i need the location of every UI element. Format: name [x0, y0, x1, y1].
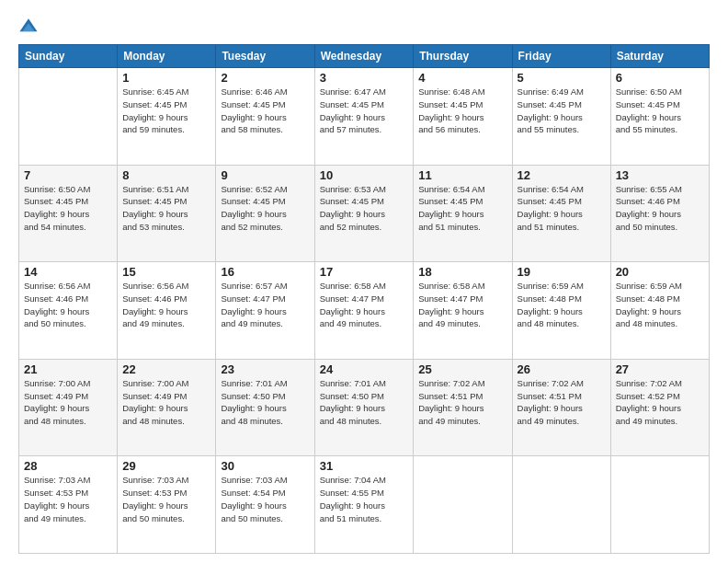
week-row-2: 14Sunrise: 6:56 AM Sunset: 4:46 PM Dayli…: [19, 262, 710, 360]
day-info: Sunrise: 6:50 AM Sunset: 4:45 PM Dayligh…: [616, 86, 704, 136]
day-number: 25: [418, 362, 506, 376]
calendar-cell: 13Sunrise: 6:55 AM Sunset: 4:46 PM Dayli…: [610, 165, 709, 262]
day-info: Sunrise: 7:02 AM Sunset: 4:51 PM Dayligh…: [518, 377, 606, 428]
day-info: Sunrise: 6:54 AM Sunset: 4:45 PM Dayligh…: [418, 183, 506, 234]
calendar-cell: 10Sunrise: 6:53 AM Sunset: 4:45 PM Dayli…: [314, 165, 414, 262]
calendar-cell: 15Sunrise: 6:56 AM Sunset: 4:46 PM Dayli…: [118, 262, 216, 360]
calendar-cell: 7Sunrise: 6:50 AM Sunset: 4:45 PM Daylig…: [19, 165, 118, 262]
calendar-cell: 8Sunrise: 6:51 AM Sunset: 4:45 PM Daylig…: [118, 165, 216, 262]
day-info: Sunrise: 6:57 AM Sunset: 4:47 PM Dayligh…: [221, 280, 309, 330]
day-number: 26: [518, 362, 606, 376]
logo-icon: [18, 17, 39, 37]
weekday-header-saturday: Saturday: [610, 45, 709, 68]
day-number: 17: [320, 265, 409, 279]
week-row-3: 21Sunrise: 7:00 AM Sunset: 4:49 PM Dayli…: [19, 359, 710, 456]
day-number: 8: [122, 168, 210, 182]
day-number: 2: [221, 71, 309, 85]
day-info: Sunrise: 6:53 AM Sunset: 4:45 PM Dayligh…: [320, 183, 409, 234]
header: [18, 17, 710, 37]
weekday-header-wednesday: Wednesday: [314, 45, 414, 68]
day-info: Sunrise: 6:45 AM Sunset: 4:45 PM Dayligh…: [122, 86, 210, 136]
calendar-cell: 27Sunrise: 7:02 AM Sunset: 4:52 PM Dayli…: [610, 359, 709, 456]
day-number: 5: [518, 71, 606, 85]
day-info: Sunrise: 6:59 AM Sunset: 4:48 PM Dayligh…: [616, 280, 704, 330]
weekday-header-sunday: Sunday: [19, 45, 118, 68]
logo: [18, 17, 42, 37]
day-info: Sunrise: 7:01 AM Sunset: 4:50 PM Dayligh…: [320, 377, 409, 428]
day-number: 18: [418, 265, 506, 279]
page: SundayMondayTuesdayWednesdayThursdayFrid…: [0, 0, 728, 563]
calendar-cell: [414, 456, 512, 554]
day-number: 11: [418, 168, 506, 182]
day-info: Sunrise: 6:49 AM Sunset: 4:45 PM Dayligh…: [518, 86, 606, 136]
calendar-cell: 3Sunrise: 6:47 AM Sunset: 4:45 PM Daylig…: [314, 68, 414, 166]
day-info: Sunrise: 7:04 AM Sunset: 4:55 PM Dayligh…: [320, 474, 409, 524]
day-info: Sunrise: 6:59 AM Sunset: 4:48 PM Dayligh…: [518, 280, 606, 330]
day-number: 31: [320, 459, 409, 473]
week-row-1: 7Sunrise: 6:50 AM Sunset: 4:45 PM Daylig…: [19, 165, 710, 262]
calendar-cell: 11Sunrise: 6:54 AM Sunset: 4:45 PM Dayli…: [414, 165, 512, 262]
calendar-cell: 24Sunrise: 7:01 AM Sunset: 4:50 PM Dayli…: [314, 359, 414, 456]
calendar-cell: 22Sunrise: 7:00 AM Sunset: 4:49 PM Dayli…: [118, 359, 216, 456]
day-info: Sunrise: 6:58 AM Sunset: 4:47 PM Dayligh…: [418, 280, 506, 330]
week-row-0: 1Sunrise: 6:45 AM Sunset: 4:45 PM Daylig…: [19, 68, 710, 166]
weekday-header-tuesday: Tuesday: [216, 45, 314, 68]
calendar-cell: [19, 68, 118, 166]
day-info: Sunrise: 6:56 AM Sunset: 4:46 PM Dayligh…: [122, 280, 210, 330]
calendar-cell: 19Sunrise: 6:59 AM Sunset: 4:48 PM Dayli…: [512, 262, 610, 360]
day-info: Sunrise: 6:55 AM Sunset: 4:46 PM Dayligh…: [616, 183, 704, 234]
calendar-cell: 14Sunrise: 6:56 AM Sunset: 4:46 PM Dayli…: [19, 262, 118, 360]
calendar-cell: 30Sunrise: 7:03 AM Sunset: 4:54 PM Dayli…: [216, 456, 314, 554]
day-number: 28: [24, 459, 112, 473]
day-number: 23: [221, 362, 309, 376]
day-info: Sunrise: 6:58 AM Sunset: 4:47 PM Dayligh…: [320, 280, 409, 330]
day-number: 10: [320, 168, 409, 182]
day-info: Sunrise: 7:00 AM Sunset: 4:49 PM Dayligh…: [122, 377, 210, 428]
day-number: 21: [24, 362, 112, 376]
day-number: 1: [122, 71, 210, 85]
day-number: 14: [24, 265, 112, 279]
week-row-4: 28Sunrise: 7:03 AM Sunset: 4:53 PM Dayli…: [19, 456, 710, 554]
day-info: Sunrise: 6:46 AM Sunset: 4:45 PM Dayligh…: [221, 86, 309, 136]
day-number: 22: [122, 362, 210, 376]
calendar-cell: [512, 456, 610, 554]
calendar-cell: [610, 456, 709, 554]
day-number: 12: [518, 168, 606, 182]
day-info: Sunrise: 7:03 AM Sunset: 4:53 PM Dayligh…: [24, 474, 112, 524]
calendar-cell: 29Sunrise: 7:03 AM Sunset: 4:53 PM Dayli…: [118, 456, 216, 554]
day-number: 13: [616, 168, 704, 182]
day-number: 29: [122, 459, 210, 473]
calendar-cell: 26Sunrise: 7:02 AM Sunset: 4:51 PM Dayli…: [512, 359, 610, 456]
calendar-cell: 1Sunrise: 6:45 AM Sunset: 4:45 PM Daylig…: [118, 68, 216, 166]
day-info: Sunrise: 7:01 AM Sunset: 4:50 PM Dayligh…: [221, 377, 309, 428]
calendar-cell: 21Sunrise: 7:00 AM Sunset: 4:49 PM Dayli…: [19, 359, 118, 456]
day-number: 3: [320, 71, 409, 85]
day-number: 30: [221, 459, 309, 473]
day-info: Sunrise: 6:56 AM Sunset: 4:46 PM Dayligh…: [24, 280, 112, 330]
day-info: Sunrise: 7:03 AM Sunset: 4:53 PM Dayligh…: [122, 474, 210, 524]
day-info: Sunrise: 6:52 AM Sunset: 4:45 PM Dayligh…: [221, 183, 309, 234]
day-number: 6: [616, 71, 704, 85]
calendar-cell: 17Sunrise: 6:58 AM Sunset: 4:47 PM Dayli…: [314, 262, 414, 360]
calendar-cell: 4Sunrise: 6:48 AM Sunset: 4:45 PM Daylig…: [414, 68, 512, 166]
calendar-cell: 18Sunrise: 6:58 AM Sunset: 4:47 PM Dayli…: [414, 262, 512, 360]
calendar-cell: 25Sunrise: 7:02 AM Sunset: 4:51 PM Dayli…: [414, 359, 512, 456]
calendar-cell: 20Sunrise: 6:59 AM Sunset: 4:48 PM Dayli…: [610, 262, 709, 360]
day-number: 20: [616, 265, 704, 279]
day-number: 24: [320, 362, 409, 376]
day-info: Sunrise: 7:02 AM Sunset: 4:51 PM Dayligh…: [418, 377, 506, 428]
day-info: Sunrise: 6:50 AM Sunset: 4:45 PM Dayligh…: [24, 183, 112, 234]
calendar-cell: 2Sunrise: 6:46 AM Sunset: 4:45 PM Daylig…: [216, 68, 314, 166]
day-number: 19: [518, 265, 606, 279]
calendar-cell: 6Sunrise: 6:50 AM Sunset: 4:45 PM Daylig…: [610, 68, 709, 166]
day-info: Sunrise: 6:54 AM Sunset: 4:45 PM Dayligh…: [518, 183, 606, 234]
calendar-cell: 31Sunrise: 7:04 AM Sunset: 4:55 PM Dayli…: [314, 456, 414, 554]
weekday-header-friday: Friday: [512, 45, 610, 68]
weekday-header-monday: Monday: [118, 45, 216, 68]
calendar-cell: 16Sunrise: 6:57 AM Sunset: 4:47 PM Dayli…: [216, 262, 314, 360]
calendar-table: SundayMondayTuesdayWednesdayThursdayFrid…: [18, 44, 710, 554]
day-info: Sunrise: 7:03 AM Sunset: 4:54 PM Dayligh…: [221, 474, 309, 524]
calendar-cell: 23Sunrise: 7:01 AM Sunset: 4:50 PM Dayli…: [216, 359, 314, 456]
day-number: 4: [418, 71, 506, 85]
day-number: 7: [24, 168, 112, 182]
